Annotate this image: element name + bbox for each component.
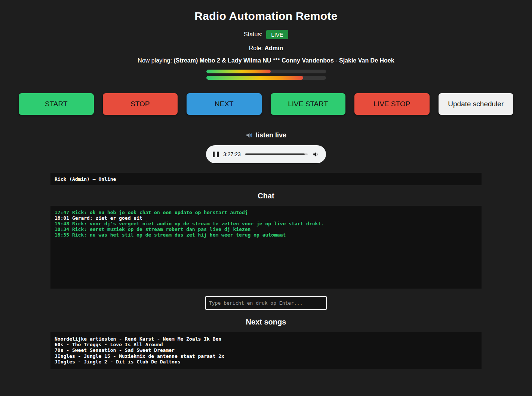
song-item: JIngles - Jungle 15 - Muziekmix de anten…	[55, 353, 477, 359]
next-button[interactable]: NEXT	[187, 93, 262, 115]
stop-button[interactable]: STOP	[103, 93, 178, 115]
chat-messages: 17:47 Rick: ok nu heb je ook chat en een…	[50, 206, 482, 289]
now-playing-line: Now playing: (Stream) Mebo 2 & Lady Wilm…	[0, 57, 532, 64]
live-stop-button[interactable]: LIVE STOP	[354, 93, 430, 115]
song-item: 60s - The Troggs - Love Is All Around	[55, 342, 477, 347]
vu-meter-fill	[206, 76, 303, 80]
song-item: JIngles - Jingle 2 - Dit is Club De Dalt…	[55, 359, 477, 365]
start-button[interactable]: START	[19, 93, 94, 115]
presence-bar: Rick (Admin) — Online	[50, 173, 482, 185]
vu-meter-fill	[206, 70, 271, 73]
pause-icon[interactable]	[213, 152, 219, 157]
next-songs-heading: Next songs	[0, 318, 532, 326]
next-songs-list: Noordelijke artiesten - René Karst - Nee…	[50, 332, 482, 369]
role-line: Role: Admin	[0, 45, 532, 52]
player-progress-slider[interactable]	[245, 153, 308, 155]
chat-message: 18:34 Rick: eerst muziek op de stream ro…	[55, 226, 477, 232]
chat-message: 18:01 Gerard: ziet er goed uit	[55, 215, 477, 221]
vu-meters	[206, 70, 326, 80]
chat-message: 17:47 Rick: ok nu heb je ook chat en een…	[55, 210, 477, 215]
status-badge: LIVE	[266, 30, 288, 39]
role-label: Role:	[249, 45, 263, 51]
role-value: Admin	[265, 45, 283, 51]
listen-live-line: listen live	[0, 131, 532, 139]
chat-message: 15:48 Rick: voor dj's vergeet niet audio…	[55, 221, 477, 226]
control-button-row: START STOP NEXT LIVE START LIVE STOP Upd…	[19, 93, 513, 115]
vu-meter-left	[206, 70, 326, 73]
live-start-button[interactable]: LIVE START	[271, 93, 346, 115]
player-time: 3:27:23	[223, 151, 241, 157]
chat-message: 18:35 Rick: nu was het stil op de stream…	[55, 232, 477, 238]
chat-input[interactable]	[205, 296, 327, 310]
song-item: Noordelijke artiesten - René Karst - Nee…	[55, 336, 477, 342]
speaker-icon	[246, 132, 253, 139]
now-playing-label: Now playing:	[138, 57, 172, 64]
vu-meter-right	[206, 76, 326, 80]
volume-icon[interactable]	[312, 151, 319, 158]
listen-live-label: listen live	[256, 131, 286, 139]
page-title: Radio Automation Remote	[0, 10, 532, 22]
status-label: Status:	[244, 31, 262, 37]
status-line: Status: LIVE	[0, 30, 532, 39]
player-progress-fill	[245, 153, 305, 155]
chat-heading: Chat	[0, 192, 532, 200]
now-playing-value: (Stream) Mebo 2 & Lady Wilma NU *** Conn…	[173, 57, 394, 64]
audio-player[interactable]: 3:27:23	[206, 145, 326, 163]
update-scheduler-button[interactable]: Update scheduler	[439, 93, 514, 115]
song-item: 70s - Sweet Sensation - Sad Sweet Dreame…	[55, 347, 477, 353]
